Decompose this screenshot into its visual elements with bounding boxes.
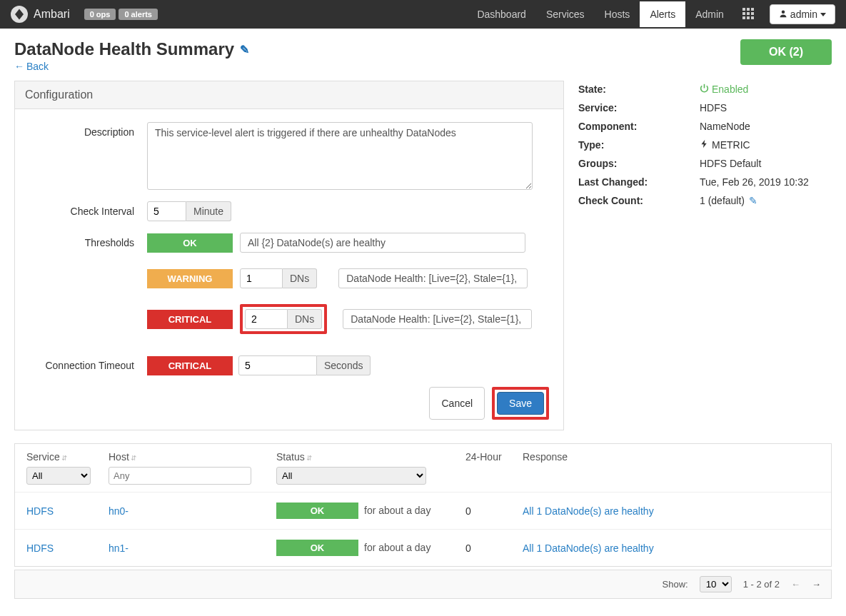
back-link[interactable]: ← Back [14,61,249,72]
caret-down-icon [820,13,826,16]
svg-rect-3 [742,12,745,15]
admin-label: admin [790,9,817,20]
arrow-left-icon: ← [14,61,24,72]
apps-grid-icon[interactable] [734,8,762,21]
svg-rect-0 [742,8,745,11]
component-value: NameNode [700,121,750,132]
threshold-warning-label: WARNING [147,269,233,288]
groups-label: Groups: [578,158,700,169]
check-interval-input[interactable] [147,201,186,221]
row-status-badge: OK [276,503,358,519]
header-service[interactable]: Service⇵ [22,451,104,463]
state-value[interactable]: Enabled [700,84,748,95]
header-24hour: 24-Hour [461,451,518,463]
row-service-link[interactable]: HDFS [26,505,54,517]
filter-service[interactable]: All [26,467,91,485]
navbar-brand[interactable]: Ambari [11,6,70,23]
conn-critical-label: CRITICAL [147,356,233,375]
table-row: HDFShn0-OKfor about a day0All 1 DataNode… [15,492,831,529]
threshold-critical-label: CRITICAL [147,310,233,329]
svg-rect-1 [747,8,750,11]
nav-services[interactable]: Services [536,1,595,27]
table-header: Service⇵ Host⇵ Status⇵ 24-Hour Response [15,444,831,467]
threshold-critical-msg[interactable] [343,309,532,329]
nav-alerts[interactable]: Alerts [640,1,685,27]
groups-value: HDFS Default [700,158,761,169]
connection-timeout-input[interactable] [238,355,317,375]
thresholds-label: Thresholds [29,233,147,248]
sort-icon: ⇵ [131,454,136,462]
threshold-warning-msg[interactable] [338,268,528,288]
config-panel-title: Configuration [15,81,563,109]
row-status-text: for about a day [364,505,430,516]
svg-rect-8 [751,16,754,19]
page-header: DataNode Health Summary ✎ ← Back OK (2) [14,39,832,72]
page-title: DataNode Health Summary ✎ [14,39,249,59]
header-host[interactable]: Host⇵ [104,451,272,463]
edit-count-icon[interactable]: ✎ [749,195,757,206]
save-button[interactable]: Save [497,392,544,415]
threshold-ok-label: OK [147,233,233,253]
row-status-text: for about a day [364,542,430,553]
brand-text: Ambari [34,8,70,21]
sort-icon: ⇵ [306,454,312,462]
description-textarea[interactable]: This service-level alert is triggered if… [147,122,533,190]
table-row: HDFShn1-OKfor about a day0All 1 DataNode… [15,529,831,566]
service-value: HDFS [700,102,727,113]
svg-rect-7 [747,16,750,19]
configuration-panel: Configuration Description This service-l… [14,81,564,430]
connection-timeout-unit: Seconds [317,355,371,375]
nav-admin[interactable]: Admin [685,1,734,27]
svg-rect-2 [751,8,754,11]
row-host-link[interactable]: hn1- [109,542,129,554]
check-interval-label: Check Interval [29,201,147,217]
threshold-warning-unit: DNs [283,268,317,288]
row-response-link[interactable]: All 1 DataNode(s) are healthy [523,542,654,554]
row-response-link[interactable]: All 1 DataNode(s) are healthy [523,505,654,517]
row-service-link[interactable]: HDFS [26,542,54,554]
bolt-icon [700,139,709,151]
power-icon [700,84,709,95]
svg-point-9 [782,11,785,14]
svg-rect-6 [742,16,745,19]
summary-status-badge[interactable]: OK (2) [740,39,832,65]
row-status-badge: OK [276,540,358,556]
prev-page-icon[interactable]: ← [791,579,800,590]
user-icon [779,9,787,20]
nav-dashboard[interactable]: Dashboard [467,1,536,27]
show-label: Show: [663,579,688,590]
threshold-warning-value[interactable] [240,268,283,288]
instances-table: Service⇵ Host⇵ Status⇵ 24-Hour Response … [14,443,832,567]
threshold-ok-text[interactable] [240,233,525,253]
ambari-logo-icon [11,6,28,23]
row-24hour: 0 [461,542,518,554]
header-status[interactable]: Status⇵ [272,451,461,463]
description-label: Description [29,122,147,138]
service-label: Service: [578,102,700,113]
connection-timeout-label: Connection Timeout [29,355,147,371]
threshold-critical-unit: DNs [288,309,322,329]
cancel-button[interactable]: Cancel [429,387,485,420]
svg-rect-5 [751,12,754,15]
row-24hour: 0 [461,505,518,517]
filter-host[interactable] [109,467,251,485]
admin-user-button[interactable]: admin [770,4,835,24]
filter-status[interactable]: All [276,467,426,485]
component-label: Component: [578,121,700,132]
row-host-link[interactable]: hn0- [109,505,129,517]
navbar: Ambari 0 ops 0 alerts Dashboard Services… [0,0,846,29]
show-select[interactable]: 10 [700,576,732,592]
ops-badge[interactable]: 0 ops [84,9,116,20]
alerts-badge[interactable]: 0 alerts [119,9,158,20]
alert-meta-panel: State: Enabled Service:HDFS Component:Na… [578,81,832,430]
type-label: Type: [578,139,700,151]
critical-value-highlight: DNs [240,304,327,334]
changed-value: Tue, Feb 26, 2019 10:32 [700,176,809,188]
nav-hosts[interactable]: Hosts [595,1,640,27]
type-value: METRIC [700,139,750,151]
range-label: 1 - 2 of 2 [743,579,780,590]
next-page-icon[interactable]: → [812,579,821,590]
svg-rect-4 [747,12,750,15]
edit-title-icon[interactable]: ✎ [240,43,249,56]
threshold-critical-value[interactable] [245,309,288,329]
